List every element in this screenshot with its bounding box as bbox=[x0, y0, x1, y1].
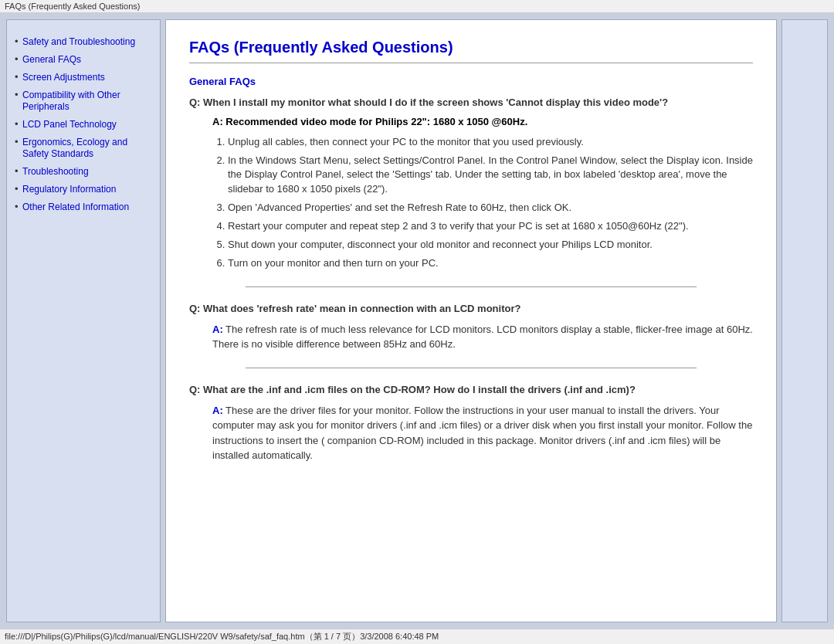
sidebar-link-ergonomics[interactable]: Ergonomics, Ecology and Safety Standards bbox=[22, 137, 127, 159]
right-panel bbox=[781, 19, 828, 622]
answer-2-text: A: The refresh rate is of much less rele… bbox=[212, 322, 753, 352]
status-bar-text: file:///D|/Philips(G)/Philips(G)/lcd/man… bbox=[5, 632, 439, 641]
title-bar-text: FAQs (Frequently Asked Questions) bbox=[5, 2, 140, 11]
step-3: Open 'Advanced Properties' and set the R… bbox=[228, 201, 753, 215]
sidebar-link-general-faqs[interactable]: General FAQs bbox=[22, 54, 81, 65]
answer-1-intro: A: Recommended video mode for Philips 22… bbox=[212, 116, 753, 127]
step-5: Shut down your computer, disconnect your… bbox=[228, 238, 753, 252]
divider-2 bbox=[246, 368, 697, 368]
content-area: FAQs (Frequently Asked Questions) Genera… bbox=[165, 19, 777, 622]
step-6: Turn on your monitor and then turn on yo… bbox=[228, 256, 753, 270]
steps-list: Unplug all cables, then connect your PC … bbox=[228, 135, 753, 271]
step-1: Unplug all cables, then connect your PC … bbox=[228, 135, 753, 149]
answer-3-label: A: bbox=[212, 405, 223, 416]
browser-window: FAQs (Frequently Asked Questions) Safety… bbox=[0, 0, 834, 644]
answer-2: A: The refresh rate is of much less rele… bbox=[212, 322, 753, 352]
sidebar-link-regulatory[interactable]: Regulatory Information bbox=[22, 184, 116, 195]
step-4: Restart your computer and repeat step 2 … bbox=[228, 219, 753, 233]
sidebar: Safety and TroubleshootingGeneral FAQsSc… bbox=[6, 19, 161, 622]
answer-1: A: Recommended video mode for Philips 22… bbox=[212, 116, 753, 271]
divider-1 bbox=[246, 286, 697, 287]
main-layout: Safety and TroubleshootingGeneral FAQsSc… bbox=[0, 13, 834, 629]
general-faqs-heading: General FAQs bbox=[189, 76, 753, 87]
question-1: Q: When I install my monitor what should… bbox=[189, 97, 753, 108]
status-bar: file:///D|/Philips(G)/Philips(G)/lcd/man… bbox=[0, 629, 834, 644]
sidebar-link-compatibility[interactable]: Compatibility with Other Peripherals bbox=[22, 90, 120, 112]
sidebar-nav: Safety and TroubleshootingGeneral FAQsSc… bbox=[15, 36, 152, 212]
sidebar-link-screen-adjustments[interactable]: Screen Adjustments bbox=[22, 72, 105, 83]
step-2: In the Windows Start Menu, select Settin… bbox=[228, 154, 753, 196]
answer-3-body: These are the driver files for your moni… bbox=[212, 405, 752, 462]
sidebar-link-lcd-panel[interactable]: LCD Panel Technology bbox=[22, 119, 117, 130]
title-bar: FAQs (Frequently Asked Questions) bbox=[0, 0, 834, 13]
sidebar-link-troubleshooting[interactable]: Troubleshooting bbox=[22, 166, 89, 177]
question-3-text: Q: What are the .inf and .icm files on t… bbox=[189, 384, 636, 395]
answer-2-label: A: bbox=[212, 324, 223, 335]
answer-3: A: These are the driver files for your m… bbox=[212, 403, 753, 463]
title-divider bbox=[189, 63, 753, 63]
question-2: Q: What does 'refresh rate' mean in conn… bbox=[189, 303, 753, 314]
question-2-text: Q: What does 'refresh rate' mean in conn… bbox=[189, 303, 520, 314]
sidebar-link-safety-troubleshooting[interactable]: Safety and Troubleshooting bbox=[22, 36, 135, 47]
question-1-text: Q: When I install my monitor what should… bbox=[189, 97, 668, 108]
answer-2-body: The refresh rate is of much less relevan… bbox=[212, 324, 753, 351]
answer-3-text: A: These are the driver files for your m… bbox=[212, 403, 753, 463]
sidebar-link-other-related[interactable]: Other Related Information bbox=[22, 202, 129, 212]
question-3: Q: What are the .inf and .icm files on t… bbox=[189, 384, 753, 395]
page-title: FAQs (Frequently Asked Questions) bbox=[189, 39, 753, 56]
